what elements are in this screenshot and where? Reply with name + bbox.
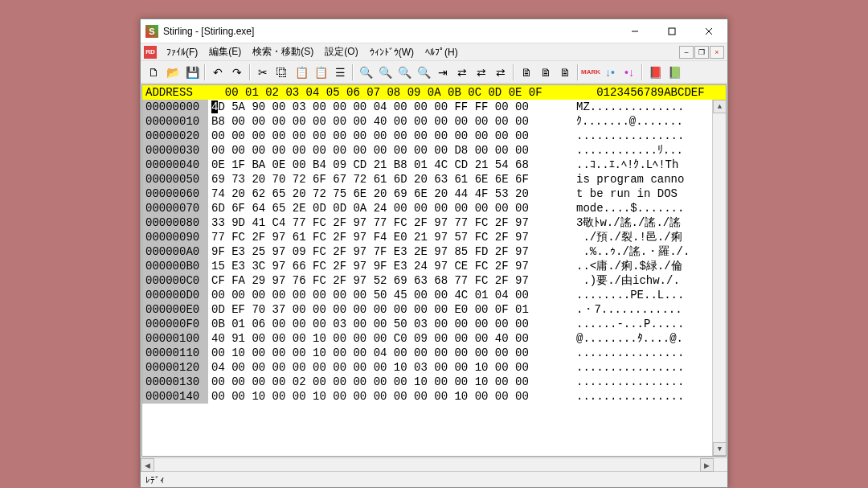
bytes-cell[interactable]: 74 20 62 65 20 72 75 6E 20 69 6E 20 44 4… — [208, 187, 570, 201]
menu-settings[interactable]: 設定(O) — [320, 43, 362, 60]
ascii-cell[interactable]: .%..ｩ./謠.・羅./. — [570, 244, 726, 259]
hex-row[interactable]: 0000009077 FC 2F 97 61 FC 2F 97 F4 E0 21… — [142, 230, 726, 244]
hex-row[interactable]: 00000010B8 00 00 00 00 00 00 00 40 00 00… — [142, 114, 726, 129]
copy-hex-icon[interactable]: 🗎 — [518, 64, 535, 81]
bytes-cell[interactable]: 0E 1F BA 0E 00 B4 09 CD 21 B8 01 4C CD 2… — [208, 158, 570, 172]
bytes-cell[interactable]: 9F E3 25 97 09 FC 2F 97 7F E3 2E 97 85 F… — [208, 244, 570, 259]
vertical-scrollbar[interactable]: ▲ ▼ — [712, 100, 726, 456]
bytes-cell[interactable]: 4D 5A 90 00 03 00 00 00 04 00 00 00 FF F… — [208, 100, 570, 114]
copy-icon[interactable]: ⿻ — [273, 64, 291, 81]
ascii-cell[interactable]: .)要./由ichw./. — [570, 273, 726, 288]
hex-row[interactable]: 0000003000 00 00 00 00 00 00 00 00 00 00… — [142, 143, 726, 158]
copy-text-icon[interactable]: 🗎 — [537, 64, 555, 81]
ascii-cell[interactable]: ./預./裂.!邑./痢 — [570, 230, 726, 244]
minimize-button[interactable] — [616, 19, 653, 43]
hex-row[interactable]: 0000011000 10 00 00 00 10 00 00 04 00 00… — [142, 346, 726, 360]
ascii-cell[interactable]: MZ.............. — [570, 100, 726, 114]
mdi-minimize[interactable]: – — [679, 46, 694, 59]
find-icon[interactable]: 🔍 — [357, 64, 375, 81]
ascii-cell[interactable]: is program canno — [570, 172, 726, 187]
bytes-cell[interactable]: 6D 6F 64 65 2E 0D 0D 0A 24 00 00 00 00 0… — [208, 201, 570, 215]
open-icon[interactable]: 📂 — [164, 64, 182, 81]
find-prev-icon[interactable]: 🔍 — [395, 64, 413, 81]
mark-prev-icon[interactable]: ↓• — [601, 64, 619, 81]
compare-icon[interactable]: ⇄ — [453, 64, 471, 81]
bytes-cell[interactable]: 00 00 00 00 02 00 00 00 00 00 10 00 00 1… — [208, 375, 570, 389]
ascii-cell[interactable]: ..ｺ..ｴ.ﾍ!ｸ.Lﾍ!Th — [570, 158, 726, 172]
hex-row[interactable]: 0000010040 91 00 00 00 10 00 00 00 C0 09… — [142, 331, 726, 346]
ascii-cell[interactable]: ｸ.......@....... — [570, 114, 726, 129]
menu-help[interactable]: ﾍﾙﾌﾟ(H) — [420, 45, 463, 59]
mdi-close[interactable]: × — [710, 46, 724, 59]
bytes-cell[interactable]: CF FA 29 97 76 FC 2F 97 52 69 63 68 77 F… — [208, 273, 570, 288]
ascii-cell[interactable]: ................ — [570, 346, 726, 360]
scroll-up-icon[interactable]: ▲ — [713, 100, 727, 113]
mark-icon[interactable]: MARK — [582, 64, 600, 81]
jump-icon[interactable]: ⇥ — [434, 64, 452, 81]
hex-row[interactable]: 0000013000 00 00 00 02 00 00 00 00 00 10… — [142, 375, 726, 389]
select-all-icon[interactable]: ☰ — [331, 64, 349, 81]
hex-row[interactable]: 000000C0CF FA 29 97 76 FC 2F 97 52 69 63… — [142, 273, 726, 288]
ascii-cell[interactable]: ................ — [570, 375, 726, 389]
ascii-cell[interactable]: ..<庸./痢.$緑./倫 — [570, 259, 726, 273]
copy-addr-icon[interactable]: 🗎 — [556, 64, 574, 81]
ascii-cell[interactable]: ......-...P..... — [570, 317, 726, 331]
ascii-cell[interactable]: ................ — [570, 389, 726, 404]
cursor-byte[interactable]: 4 — [211, 100, 218, 113]
ascii-cell[interactable]: t be run in DOS — [570, 187, 726, 201]
mark-next-icon[interactable]: •↓ — [620, 64, 638, 81]
about-icon[interactable]: 📗 — [665, 64, 683, 81]
bytes-cell[interactable]: 00 00 00 00 00 00 00 00 00 00 00 00 D8 0… — [208, 143, 570, 158]
bytes-cell[interactable]: 04 00 00 00 00 00 00 00 00 10 03 00 00 1… — [208, 360, 570, 375]
help-icon[interactable]: 📕 — [646, 64, 664, 81]
hex-row[interactable]: 000000F00B 01 06 00 00 00 03 00 00 50 03… — [142, 317, 726, 331]
hex-row[interactable]: 0000014000 00 10 00 00 10 00 00 00 00 00… — [142, 389, 726, 404]
hex-row[interactable]: 0000005069 73 20 70 72 6F 67 72 61 6D 20… — [142, 172, 726, 187]
hex-row[interactable]: 000000400E 1F BA 0E 00 B4 09 CD 21 B8 01… — [142, 158, 726, 172]
horizontal-scrollbar[interactable]: ◀ ▶ — [141, 457, 727, 471]
paste-icon[interactable]: 📋 — [293, 64, 310, 81]
ascii-cell[interactable]: ............ﾘ... — [570, 143, 726, 158]
hex-row[interactable]: 0000008033 9D 41 C4 77 FC 2F 97 77 FC 2F… — [142, 215, 726, 230]
hex-row[interactable]: 0000006074 20 62 65 20 72 75 6E 20 69 6E… — [142, 187, 726, 201]
ascii-cell[interactable]: ................ — [570, 360, 726, 375]
bytes-cell[interactable]: 00 00 00 00 00 00 00 00 50 45 00 00 4C 0… — [208, 288, 570, 302]
close-button[interactable] — [690, 19, 727, 43]
maximize-button[interactable] — [653, 19, 690, 43]
scroll-down-icon[interactable]: ▼ — [713, 442, 727, 456]
cut-icon[interactable]: ✂ — [254, 64, 272, 81]
ascii-cell[interactable]: mode....$....... — [570, 201, 726, 215]
compare-prev-icon[interactable]: ⇄ — [492, 64, 510, 81]
bytes-cell[interactable]: 0B 01 06 00 00 00 03 00 00 50 03 00 00 0… — [208, 317, 570, 331]
bytes-cell[interactable]: 40 91 00 00 00 10 00 00 00 C0 09 00 00 0… — [208, 331, 570, 346]
bytes-cell[interactable]: 33 9D 41 C4 77 FC 2F 97 77 FC 2F 97 77 F… — [208, 215, 570, 230]
replace-icon[interactable]: 🔍 — [415, 64, 432, 81]
hex-row[interactable]: 000000B015 E3 3C 97 66 FC 2F 97 9F E3 24… — [142, 259, 726, 273]
hex-row[interactable]: 000000A09F E3 25 97 09 FC 2F 97 7F E3 2E… — [142, 244, 726, 259]
paste-insert-icon[interactable]: 📋 — [312, 64, 330, 81]
bytes-cell[interactable]: 0D EF 70 37 00 00 00 00 00 00 00 00 E0 0… — [208, 302, 570, 317]
hex-editor[interactable]: ADDRESS 00 01 02 03 04 05 06 07 08 09 0A… — [141, 84, 727, 457]
scroll-left-icon[interactable]: ◀ — [141, 458, 154, 472]
undo-icon[interactable]: ↶ — [209, 64, 227, 81]
ascii-cell[interactable]: .・7............ — [570, 302, 726, 317]
bytes-cell[interactable]: 00 00 00 00 00 00 00 00 00 00 00 00 00 0… — [208, 129, 570, 143]
menu-edit[interactable]: 編集(E) — [204, 43, 246, 60]
hex-row[interactable]: 000000004D 5A 90 00 03 00 00 00 04 00 00… — [142, 100, 726, 114]
bytes-cell[interactable]: 15 E3 3C 97 66 FC 2F 97 9F E3 24 97 CE F… — [208, 259, 570, 273]
compare-next-icon[interactable]: ⇄ — [473, 64, 490, 81]
save-icon[interactable]: 💾 — [183, 64, 201, 81]
menu-window[interactable]: ｳｨﾝﾄﾞｳ(W) — [365, 45, 419, 59]
bytes-cell[interactable]: 00 10 00 00 00 10 00 00 04 00 00 00 00 0… — [208, 346, 570, 360]
menu-file[interactable]: ﾌｧｲﾙ(F) — [162, 45, 203, 59]
bytes-cell[interactable]: 00 00 10 00 00 10 00 00 00 00 00 00 10 0… — [208, 389, 570, 404]
hex-row[interactable]: 000000D000 00 00 00 00 00 00 00 50 45 00… — [142, 288, 726, 302]
scroll-right-icon[interactable]: ▶ — [700, 458, 714, 472]
mdi-restore[interactable]: ❐ — [694, 46, 709, 59]
ascii-cell[interactable]: 3敬ﾄw./謠./謠./謠 — [570, 215, 726, 230]
hex-row[interactable]: 000000706D 6F 64 65 2E 0D 0D 0A 24 00 00… — [142, 201, 726, 215]
redo-icon[interactable]: ↷ — [228, 64, 246, 81]
new-icon[interactable]: 🗋 — [145, 64, 162, 81]
bytes-cell[interactable]: 77 FC 2F 97 61 FC 2F 97 F4 E0 21 97 57 F… — [208, 230, 570, 244]
bytes-cell[interactable]: B8 00 00 00 00 00 00 00 40 00 00 00 00 0… — [208, 114, 570, 129]
